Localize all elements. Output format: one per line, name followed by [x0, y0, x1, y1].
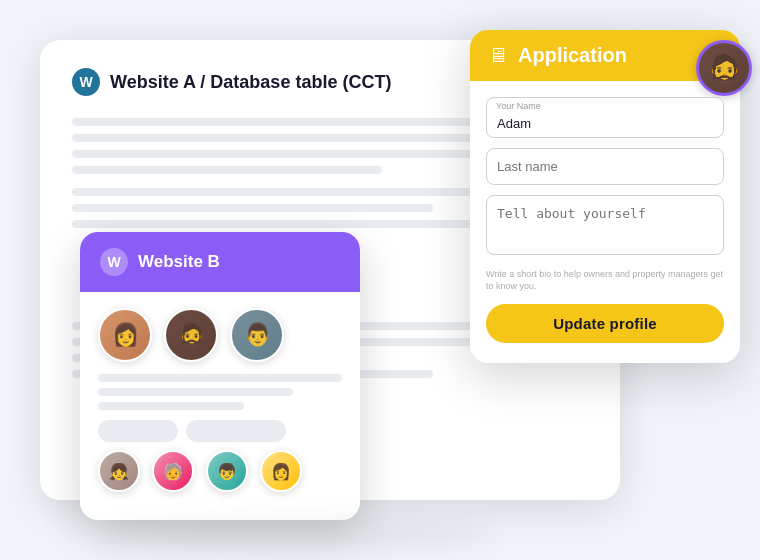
skel-line — [98, 374, 342, 382]
website-b-title: Website B — [138, 252, 220, 272]
application-form: Your Name Write a short bio to help owne… — [470, 81, 740, 363]
avatar-7: 👩 — [260, 450, 302, 492]
skel-line — [72, 150, 536, 158]
website-a-title: Website A / Database table (CCT) — [110, 72, 391, 93]
skel-btn-2 — [186, 420, 286, 442]
skel-line — [98, 402, 244, 410]
website-b-card: W Website B 👩 🧔 👨 — [80, 232, 360, 520]
skel-line — [98, 388, 293, 396]
scene: W Website A / Database table (CCT) W — [20, 20, 740, 540]
wordpress-icon-a: W — [72, 68, 100, 96]
lastname-input[interactable] — [486, 148, 724, 185]
shadow-decoration — [100, 520, 500, 550]
avatar-6: 👦 — [206, 450, 248, 492]
application-header: 🖥 Application 🧔 — [470, 30, 740, 81]
website-b-header: W Website B — [80, 232, 360, 292]
avatars-row-top: 👩 🧔 👨 — [98, 308, 342, 362]
lastname-field — [486, 148, 724, 185]
avatar-5: 🧓 — [152, 450, 194, 492]
website-b-btn-row — [98, 420, 342, 442]
bio-textarea[interactable] — [486, 195, 724, 255]
avatar-1: 👩 — [98, 308, 152, 362]
skel-line — [72, 204, 433, 212]
website-b-skels — [98, 374, 342, 410]
skel-line — [72, 220, 485, 228]
avatar-3: 👨 — [230, 308, 284, 362]
monitor-icon: 🖥 — [488, 44, 508, 67]
application-card: 🖥 Application 🧔 Your Name Write a short … — [470, 30, 740, 363]
skel-line — [72, 134, 485, 142]
application-title: Application — [518, 44, 722, 67]
form-hint: Write a short bio to help owners and pro… — [486, 269, 724, 292]
skel-btn-1 — [98, 420, 178, 442]
website-b-body: 👩 🧔 👨 — [80, 292, 360, 520]
wordpress-icon-b: W — [100, 248, 128, 276]
name-field: Your Name — [486, 97, 724, 138]
user-avatar: 🧔 — [696, 40, 752, 96]
bio-field — [486, 195, 724, 259]
avatar-4: 👧 — [98, 450, 140, 492]
avatar-2: 🧔 — [164, 308, 218, 362]
avatars-row-bottom: 👧 🧓 👦 👩 — [98, 450, 342, 492]
name-input[interactable] — [486, 97, 724, 138]
update-profile-button[interactable]: Update profile — [486, 304, 724, 343]
skel-line — [72, 166, 382, 174]
